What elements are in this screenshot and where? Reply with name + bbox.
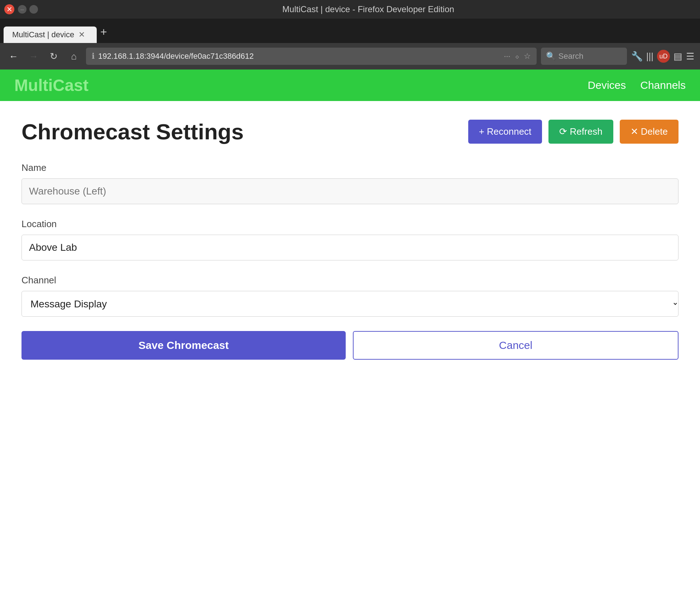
cancel-button[interactable]: Cancel (353, 331, 679, 360)
page-header: Chromecast Settings + Reconnect ⟳ Refres… (21, 119, 679, 144)
chromecast-form: Name Location Channel Message Display Sa… (21, 162, 679, 360)
new-tab-button[interactable]: + (100, 25, 107, 43)
header-buttons: + Reconnect ⟳ Refresh ✕ Delete (468, 120, 679, 144)
menu-icon[interactable]: ☰ (686, 51, 694, 62)
close-button[interactable]: ✕ (4, 4, 14, 14)
page-title: Chromecast Settings (21, 119, 244, 144)
reconnect-button[interactable]: + Reconnect (468, 120, 542, 144)
url-text: 192.168.1.18:3944/device/fe0ac71c386d612 (98, 52, 500, 61)
more-icon[interactable]: ··· (504, 52, 510, 61)
form-actions: Save Chromecast Cancel (21, 331, 679, 360)
delete-button[interactable]: ✕ Delete (620, 120, 679, 144)
refresh-button[interactable]: ⟳ Refresh (548, 120, 613, 144)
address-actions: ··· ⬦ ☆ (504, 52, 531, 61)
channel-group: Channel Message Display (21, 275, 679, 317)
location-label: Location (21, 219, 679, 230)
title-bar: ✕ – MultiCast | device - Firefox Develop… (0, 0, 700, 19)
info-icon: ℹ (92, 52, 95, 61)
app-nav: MultiCast Devices Channels (0, 69, 700, 101)
forward-button[interactable]: → (26, 48, 42, 64)
logo-prefix: Multi (14, 76, 53, 95)
channel-label: Channel (21, 275, 679, 286)
tab-bar: MultiCast | device ✕ + (0, 19, 700, 43)
bookmark-star-icon[interactable]: ☆ (524, 52, 531, 61)
reload-button[interactable]: ↻ (46, 48, 62, 64)
nav-bar: ← → ↻ ⌂ ℹ 192.168.1.18:3944/device/fe0ac… (0, 43, 700, 69)
tools-icon[interactable]: 🔧 (631, 51, 643, 62)
home-button[interactable]: ⌂ (66, 48, 82, 64)
name-label: Name (21, 162, 679, 173)
app-nav-links: Devices Channels (588, 79, 686, 91)
window-title: MultiCast | device - Firefox Developer E… (41, 4, 696, 14)
nav-link-channels[interactable]: Channels (640, 79, 686, 91)
main-content: Chromecast Settings + Reconnect ⟳ Refres… (0, 101, 700, 609)
sidebar-icon[interactable]: ▤ (673, 51, 682, 62)
name-group: Name (21, 162, 679, 204)
bookmark-pocket-icon[interactable]: ⬦ (515, 52, 519, 61)
search-box[interactable]: 🔍 Search (541, 48, 627, 65)
location-input[interactable] (21, 235, 679, 260)
tab-close-button[interactable]: ✕ (78, 30, 85, 39)
browser-toolbar: 🔧 ||| uD ▤ ☰ (631, 50, 694, 63)
save-button[interactable]: Save Chromecast (21, 331, 346, 360)
logo-suffix: Cast (53, 76, 88, 95)
tab-title: MultiCast | device (12, 30, 74, 39)
ublock-icon[interactable]: uD (657, 50, 670, 63)
channel-select[interactable]: Message Display (21, 291, 679, 317)
library-icon[interactable]: ||| (646, 51, 653, 62)
name-input[interactable] (21, 178, 679, 204)
nav-link-devices[interactable]: Devices (588, 79, 626, 91)
search-placeholder: Search (558, 52, 584, 61)
search-icon: 🔍 (546, 52, 556, 61)
maximize-button[interactable] (29, 5, 38, 14)
location-group: Location (21, 219, 679, 260)
back-button[interactable]: ← (6, 48, 21, 64)
active-tab[interactable]: MultiCast | device ✕ (4, 27, 97, 43)
app-logo: MultiCast (14, 76, 88, 95)
minimize-button[interactable]: – (18, 5, 27, 14)
address-bar[interactable]: ℹ 192.168.1.18:3944/device/fe0ac71c386d6… (86, 48, 537, 65)
